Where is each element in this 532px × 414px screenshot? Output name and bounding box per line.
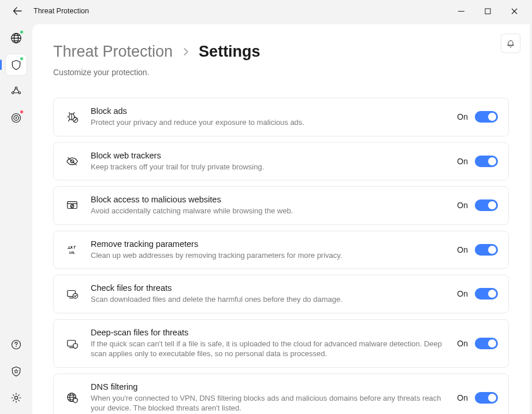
toggle-block-trackers[interactable] xyxy=(475,156,498,167)
minimize-button[interactable] xyxy=(448,2,474,20)
toggle-dns-filtering[interactable] xyxy=(475,392,498,404)
bug-block-icon xyxy=(64,110,80,123)
setting-desc: If the quick scan can't tell if a file i… xyxy=(91,339,447,359)
chevron-right-icon xyxy=(182,48,189,56)
toggle-check-files[interactable] xyxy=(475,288,498,300)
file-shield-icon xyxy=(64,337,80,350)
status-dot-icon xyxy=(20,30,24,34)
sidebar-item-settings[interactable] xyxy=(6,387,27,408)
notifications-button[interactable] xyxy=(501,34,520,53)
svg-point-11 xyxy=(14,396,17,399)
setting-card-block-trackers: Block web trackers Keep trackers off you… xyxy=(53,142,509,181)
setting-card-deep-scan: Deep-scan files for threats If the quick… xyxy=(53,319,509,368)
setting-desc: Clean up web addresses by removing track… xyxy=(91,250,447,261)
sidebar-item-rate[interactable] xyxy=(6,361,27,382)
shield-icon xyxy=(10,59,22,71)
page-subtitle: Customize your protection. xyxy=(53,68,509,77)
setting-desc: When you're connected to VPN, DNS filter… xyxy=(91,393,447,413)
toggle-state-label: On xyxy=(457,157,468,166)
globe-shield-icon xyxy=(64,391,80,404)
titlebar: Threat Protection xyxy=(0,0,532,22)
back-button[interactable] xyxy=(9,6,25,16)
eye-slash-icon xyxy=(64,155,80,168)
toggle-state-label: On xyxy=(457,112,468,121)
mesh-icon xyxy=(10,86,22,97)
setting-desc: Protect your privacy and reduce your exp… xyxy=(91,117,447,128)
gear-icon xyxy=(10,392,22,404)
breadcrumb-current: Settings xyxy=(199,43,261,61)
toggle-state-label: On xyxy=(457,289,468,298)
radar-icon xyxy=(10,112,22,124)
setting-title: DNS filtering xyxy=(91,382,447,391)
status-dot-icon xyxy=(20,57,24,61)
sidebar-item-help[interactable] xyxy=(6,334,27,355)
toggle-state-label: On xyxy=(457,245,468,254)
toggle-state-label: On xyxy=(457,201,468,210)
setting-desc: Keep trackers off your trail for truly p… xyxy=(91,162,447,172)
toggle-block-malicious[interactable] xyxy=(475,199,498,211)
bell-icon xyxy=(506,39,515,48)
breadcrumb-parent[interactable]: Threat Protection xyxy=(53,43,173,61)
toggle-deep-scan[interactable] xyxy=(475,338,498,349)
svg-point-3 xyxy=(15,87,17,89)
svg-point-19 xyxy=(73,294,77,298)
sidebar xyxy=(0,22,32,414)
setting-card-dns-filtering: DNS filtering When you're connected to V… xyxy=(53,374,509,414)
file-check-icon xyxy=(64,287,80,300)
setting-desc: Scan downloaded files and delete the har… xyxy=(91,294,447,305)
browser-block-icon xyxy=(64,199,80,212)
svg-point-10 xyxy=(16,346,17,348)
setting-title: Block web trackers xyxy=(91,151,447,160)
setting-card-check-files: Check files for threats Scan downloaded … xyxy=(53,275,509,313)
setting-title: Remove tracking parameters xyxy=(91,239,447,249)
svg-point-4 xyxy=(12,92,14,94)
svg-point-5 xyxy=(18,92,21,94)
toggle-remove-tracking[interactable] xyxy=(475,244,498,256)
toggle-block-ads[interactable] xyxy=(475,111,498,123)
setting-title: Block access to malicious websites xyxy=(91,195,447,204)
setting-title: Block ads xyxy=(91,106,447,116)
toggle-state-label: On xyxy=(457,339,468,348)
close-button[interactable] xyxy=(501,2,527,20)
content-area: Threat Protection Settings Customize you… xyxy=(32,24,530,414)
settings-list: Block ads Protect your privacy and reduc… xyxy=(53,98,509,414)
svg-point-8 xyxy=(16,117,17,119)
sidebar-item-threat-protection[interactable] xyxy=(6,54,27,75)
url-icon: URL xyxy=(64,244,80,256)
breadcrumb: Threat Protection Settings xyxy=(53,43,509,61)
toggle-state-label: On xyxy=(457,393,468,402)
shield-star-icon xyxy=(10,365,22,377)
sidebar-item-darkweb[interactable] xyxy=(6,108,27,128)
alert-dot-icon xyxy=(20,110,24,114)
help-icon xyxy=(10,339,22,350)
sidebar-item-meshnet[interactable] xyxy=(6,81,27,102)
setting-card-block-malicious: Block access to malicious websites Avoid… xyxy=(53,186,509,225)
window-title: Threat Protection xyxy=(34,7,89,15)
sidebar-item-connection[interactable] xyxy=(6,28,27,49)
setting-title: Deep-scan files for threats xyxy=(91,328,447,337)
setting-title: Check files for threats xyxy=(91,283,447,293)
setting-card-block-ads: Block ads Protect your privacy and reduc… xyxy=(53,98,509,136)
setting-card-remove-tracking: URL Remove tracking parameters Clean up … xyxy=(53,231,509,269)
maximize-button[interactable] xyxy=(474,2,501,20)
setting-desc: Avoid accidentally catching malware whil… xyxy=(91,206,447,216)
svg-text:URL: URL xyxy=(69,251,76,254)
svg-rect-0 xyxy=(485,9,490,14)
